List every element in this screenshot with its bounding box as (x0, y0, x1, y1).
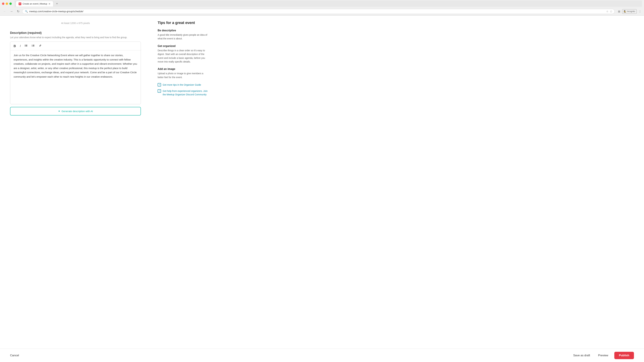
tip-heading-image: Add an image (158, 67, 208, 70)
minimize-button[interactable] (6, 2, 8, 5)
organizer-guide-link[interactable]: ↗ Get more tips in the Organizer Guide (158, 83, 208, 87)
active-tab[interactable]: m Create an event | Meetup ✕ (16, 1, 53, 6)
close-button[interactable] (2, 2, 4, 5)
organizer-guide-label: Get more tips in the Organizer Guide (163, 83, 201, 87)
page-content: At least 1200 x 675 pixels Description (… (0, 15, 644, 356)
tip-section-image: Add an image Upload a photo or image to … (158, 67, 208, 79)
tab-bar: m Create an event | Meetup ✕ + (14, 0, 642, 7)
image-hint: At least 1200 x 675 pixels (10, 19, 141, 27)
description-section: Description (required) Let your attendee… (10, 31, 141, 115)
ai-generate-button[interactable]: ✦ Generate description with AI (10, 107, 141, 115)
address-bar-row: ← → ↻ 🔍 meetup.com/creative-circle-meetu… (0, 7, 644, 15)
reload-button[interactable]: ↻ (16, 9, 21, 14)
tip-heading-descriptive: Be descriptive (158, 29, 208, 32)
browser-actions: ⊞ 🕵 Incognito ⋮ (617, 9, 642, 14)
discord-link-icon: ↗ (158, 89, 161, 93)
bookmark-icon[interactable]: ☆ (606, 10, 608, 13)
bullet-list-button[interactable] (24, 43, 29, 49)
incognito-icon: 🕵 (624, 10, 626, 12)
discord-community-link[interactable]: ↗ Get help from experienced organizers. … (158, 89, 208, 96)
editor-toolbar: B I 1. (10, 42, 141, 50)
menu-button[interactable]: ⋮ (638, 9, 642, 14)
address-bar-right-icons: ☆ □ (606, 10, 612, 13)
svg-point-4 (25, 46, 25, 46)
save-draft-button[interactable]: Save as draft (571, 353, 592, 356)
link-button[interactable] (38, 43, 43, 49)
footer-left: Cancel (10, 353, 19, 356)
window-controls (2, 2, 12, 5)
url-display[interactable]: meetup.com/creative-circle-meetup-group/… (29, 10, 605, 13)
svg-point-0 (25, 45, 25, 45)
cancel-button[interactable]: Cancel (10, 353, 19, 356)
maximize-button[interactable] (10, 2, 12, 5)
main-area: At least 1200 x 675 pixels Description (… (0, 15, 151, 356)
numbered-list-button[interactable]: 1. 2. 3. (31, 43, 36, 49)
svg-rect-7 (33, 45, 34, 45)
address-bar[interactable]: 🔍 meetup.com/creative-circle-meetup-grou… (22, 9, 615, 14)
search-icon: 🔍 (25, 10, 28, 13)
editor-body[interactable]: Join us for the Creative Circle Networki… (10, 50, 141, 104)
svg-rect-3 (26, 45, 27, 46)
organizer-guide-link-icon: ↗ (158, 83, 161, 86)
publish-button[interactable]: Publish (614, 352, 634, 356)
page-footer: Cancel Save as draft Preview Publish (0, 349, 644, 356)
svg-rect-11 (33, 46, 34, 46)
extension-icon[interactable]: □ (610, 10, 612, 13)
bold-button[interactable]: B (12, 43, 17, 49)
svg-rect-5 (26, 46, 27, 46)
italic-button[interactable]: I (19, 44, 22, 48)
tip-text-descriptive: A good title immediately gives people an… (158, 33, 208, 40)
tab-title: Create an event | Meetup (23, 2, 47, 5)
footer-right: Save as draft Preview Publish (571, 352, 634, 356)
tip-section-descriptive: Be descriptive A good title immediately … (158, 29, 208, 40)
discord-label: Get help from experienced organizers. Jo… (163, 89, 208, 96)
tip-text-image: Upload a photo or image to give members … (158, 71, 208, 79)
ai-button-label: Generate description with AI (62, 110, 93, 113)
preview-button[interactable]: Preview (596, 353, 610, 356)
tip-section-organized: Get organized Describe things in a clear… (158, 44, 208, 64)
tip-text-organized: Describe things in a clear order so it's… (158, 49, 208, 64)
tip-heading-organized: Get organized (158, 44, 208, 48)
description-label: Description (required) (10, 31, 141, 35)
incognito-badge: 🕵 Incognito (622, 9, 636, 14)
tab-close-icon[interactable]: ✕ (48, 2, 50, 5)
svg-text:3.: 3. (32, 46, 32, 47)
description-hint: Let your attendees know what to expect i… (10, 36, 141, 39)
tab-favicon: m (18, 2, 21, 5)
editor-text: Join us for the Creative Circle Networki… (14, 53, 137, 79)
ai-icon: ✦ (58, 110, 60, 113)
incognito-label: Incognito (627, 10, 635, 12)
browser-chrome: m Create an event | Meetup ✕ + ← → ↻ 🔍 m… (0, 0, 644, 15)
svg-rect-1 (26, 45, 27, 45)
title-bar: m Create an event | Meetup ✕ + (0, 0, 644, 7)
new-tab-button[interactable]: + (55, 1, 59, 6)
extensions-button[interactable]: ⊞ (617, 9, 621, 14)
forward-button[interactable]: → (9, 9, 14, 14)
description-editor[interactable]: B I 1. (10, 41, 141, 104)
back-button[interactable]: ← (2, 9, 8, 14)
svg-point-2 (25, 45, 25, 46)
tips-sidebar: Tips for a great event Be descriptive A … (151, 15, 215, 356)
address-bar-left-icons: 🔍 (25, 10, 28, 13)
tips-title: Tips for a great event (158, 21, 208, 25)
svg-rect-9 (33, 45, 34, 46)
